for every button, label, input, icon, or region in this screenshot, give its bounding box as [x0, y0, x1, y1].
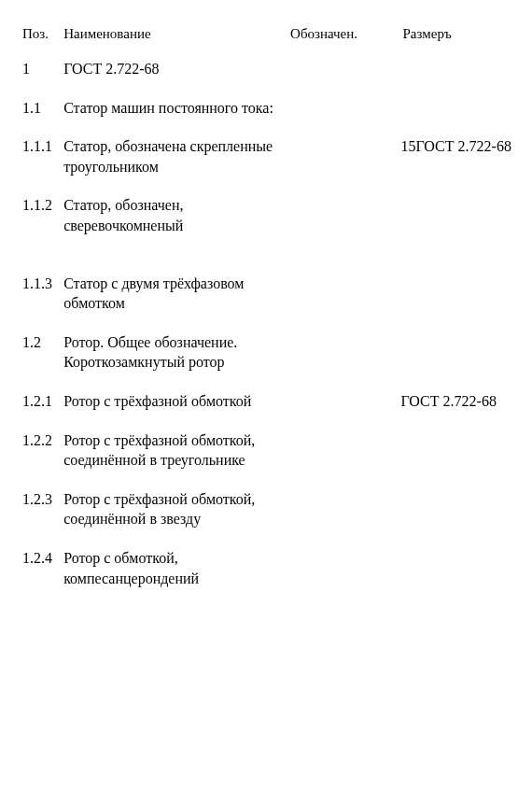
- table-row: 1.2.4 Ротор с обмоткой, компесанцеронден…: [21, 539, 511, 598]
- cell-obz: [287, 89, 399, 128]
- cell-obz: [287, 323, 399, 382]
- table-row: 1.2 Ротор. Общее обозначение. Короткозам…: [21, 323, 511, 382]
- cell-pos: 1: [21, 49, 62, 89]
- cell-pos: 1.2.3: [21, 480, 62, 539]
- cell-name: Ротор с трёхфазной обмоткой, соединённой…: [62, 480, 287, 539]
- cell-raz: [399, 421, 511, 480]
- cell-name: Статор с двумя трёхфазовом обмотком: [62, 264, 287, 323]
- table-row: 1 ГОСТ 2.722-68: [21, 49, 511, 89]
- cell-obz: [287, 480, 399, 539]
- cell-obz: [287, 127, 399, 186]
- header-raz: Размеръ: [399, 26, 511, 49]
- table-header-row: Поз. Наименование Обозначен. Размеръ: [21, 26, 511, 49]
- cell-name: ГОСТ 2.722-68: [62, 49, 287, 89]
- cell-obz: [287, 539, 399, 598]
- cell-obz: [287, 382, 399, 421]
- cell-raz: [399, 49, 511, 89]
- cell-name: Статор, обозначена скрепленные троугольн…: [62, 127, 287, 186]
- cell-obz: [287, 264, 399, 323]
- cell-obz: [287, 49, 399, 89]
- cell-pos: 1.2: [21, 323, 62, 382]
- cell-raz: 15ГОСТ 2.722-68: [399, 127, 511, 186]
- header-pos: Поз.: [21, 26, 62, 49]
- header-obz: Обозначен.: [287, 26, 399, 49]
- table-row: 1.2.3 Ротор с трёхфазной обмоткой, соеди…: [21, 480, 511, 539]
- cell-obz: [287, 421, 399, 480]
- spec-table: Поз. Наименование Обозначен. Размеръ 1 Г…: [21, 26, 511, 598]
- cell-pos: 1.2.1: [21, 382, 62, 421]
- cell-raz: [399, 323, 511, 382]
- cell-pos: 1.1.3: [21, 264, 62, 323]
- cell-raz: [399, 89, 511, 128]
- cell-raz: [399, 186, 511, 245]
- cell-raz: [399, 264, 511, 323]
- cell-name: Ротор с трёхфазной обмоткой: [62, 382, 287, 421]
- cell-name: Статор, обозначен, сверевочкомненый: [62, 186, 287, 245]
- header-name: Наименование: [62, 26, 287, 49]
- cell-pos: 1.1.1: [21, 127, 62, 186]
- cell-pos: 1.2.4: [21, 539, 62, 598]
- cell-obz: [287, 186, 399, 245]
- cell-name: Статор машин постоянного тока:: [62, 89, 287, 128]
- cell-pos: 1.2.2: [21, 421, 62, 480]
- cell-name: Ротор. Общее обозначение. Короткозамкнут…: [62, 323, 287, 382]
- cell-pos: 1.1: [21, 89, 62, 128]
- table-row: 1.2.1 Ротор с трёхфазной обмоткой ГОСТ 2…: [21, 382, 511, 421]
- table-row: 1.1.3 Статор с двумя трёхфазовом обмотко…: [21, 264, 511, 323]
- table-row: 1.1.1 Статор, обозначена скрепленные тро…: [21, 127, 511, 186]
- cell-raz: [399, 480, 511, 539]
- table-row: 1.1 Статор машин постоянного тока:: [21, 89, 511, 128]
- table-row: 1.1.2 Статор, обозначен, сверевочкомнены…: [21, 186, 511, 245]
- cell-raz: ГОСТ 2.722-68: [399, 382, 511, 421]
- table-row: 1.2.2 Ротор с трёхфазной обмоткой, соеди…: [21, 421, 511, 480]
- cell-raz: [399, 539, 511, 598]
- cell-pos: 1.1.2: [21, 186, 62, 245]
- cell-name: Ротор с трёхфазной обмоткой, соединённой…: [62, 421, 287, 480]
- cell-name: Ротор с обмоткой, компесанцерондений: [62, 539, 287, 598]
